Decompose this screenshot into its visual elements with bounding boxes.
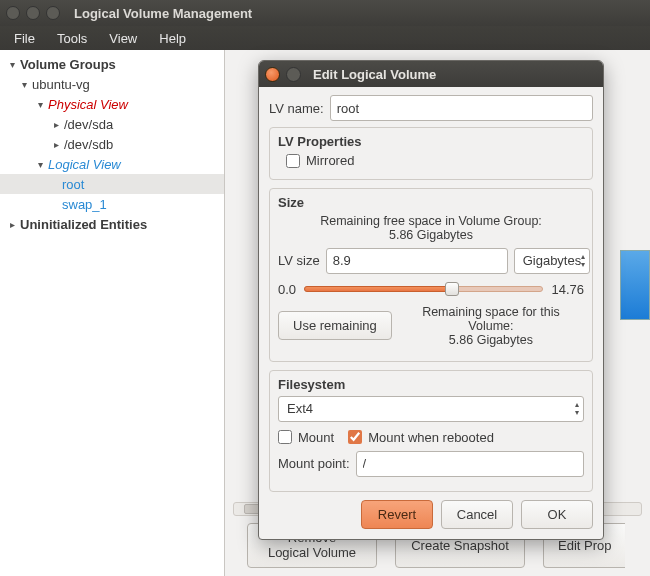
tree-label: Volume Groups — [20, 57, 116, 72]
mount-point-label: Mount point: — [278, 456, 350, 471]
volume-visual — [620, 250, 650, 320]
mount-checkbox[interactable]: Mount — [278, 430, 334, 445]
mirrored-checkbox[interactable]: Mirrored — [286, 153, 354, 168]
filesystem-combo[interactable]: Ext4 ▴▾ — [278, 396, 584, 422]
mount-reboot-checkbox-input[interactable] — [348, 430, 362, 444]
lv-size-input[interactable] — [326, 248, 508, 274]
tree-physical-view[interactable]: ▾ Physical View — [0, 94, 224, 114]
use-remaining-button[interactable]: Use remaining — [278, 311, 392, 341]
ok-button[interactable]: OK — [521, 500, 593, 530]
chevron-down-icon: ▾ — [34, 99, 46, 110]
filesystem-value: Ext4 — [287, 401, 575, 416]
chevron-right-icon: ▸ — [50, 119, 62, 130]
tree-label: swap_1 — [62, 197, 107, 212]
tree-dev-sda[interactable]: ▸ /dev/sda — [0, 114, 224, 134]
remaining-vg-text: Remaining free space in Volume Group: 5.… — [278, 214, 584, 242]
filesystem-group: Filesystem Ext4 ▴▾ Mount Mount when rebo… — [269, 370, 593, 492]
chevron-right-icon: ▸ — [50, 139, 62, 150]
edit-lv-dialog: Edit Logical Volume LV name: LV Properti… — [258, 60, 604, 540]
menu-file[interactable]: File — [4, 28, 45, 49]
tree-lv-swap[interactable]: swap_1 — [0, 194, 224, 214]
tree-label: Uninitialized Entities — [20, 217, 147, 232]
tree-label: /dev/sda — [64, 117, 113, 132]
menubar: File Tools View Help — [0, 26, 650, 50]
mount-reboot-checkbox[interactable]: Mount when rebooted — [348, 430, 494, 445]
mirrored-label: Mirrored — [306, 153, 354, 168]
tree-vg-ubuntu[interactable]: ▾ ubuntu-vg — [0, 74, 224, 94]
dialog-close-icon[interactable] — [265, 67, 280, 82]
tree-panel: ▾ Volume Groups ▾ ubuntu-vg ▾ Physical V… — [0, 50, 225, 576]
lv-properties-group: LV Properties Mirrored — [269, 127, 593, 180]
tree-label: ubuntu-vg — [32, 77, 90, 92]
mirrored-checkbox-input[interactable] — [286, 154, 300, 168]
tree-dev-sdb[interactable]: ▸ /dev/sdb — [0, 134, 224, 154]
window-minimize-icon[interactable] — [26, 6, 40, 20]
slider-max: 14.76 — [551, 282, 584, 297]
size-group: Size Remaining free space in Volume Grou… — [269, 188, 593, 362]
mount-checkbox-input[interactable] — [278, 430, 292, 444]
chevron-down-icon: ▾ — [6, 59, 18, 70]
lv-properties-title: LV Properties — [278, 134, 584, 149]
mount-reboot-label: Mount when rebooted — [368, 430, 494, 445]
chevron-down-icon: ▾ — [18, 79, 30, 90]
menu-view[interactable]: View — [99, 28, 147, 49]
lv-name-label: LV name: — [269, 101, 324, 116]
combo-arrows-icon[interactable]: ▴▾ — [575, 401, 579, 417]
window-close-icon[interactable] — [6, 6, 20, 20]
slider-handle[interactable] — [445, 282, 459, 296]
revert-button[interactable]: Revert — [361, 500, 433, 530]
main-titlebar: Logical Volume Management — [0, 0, 650, 26]
dialog-minimize-icon[interactable] — [286, 67, 301, 82]
menu-help[interactable]: Help — [149, 28, 196, 49]
lv-name-input[interactable] — [330, 95, 593, 121]
menu-tools[interactable]: Tools — [47, 28, 97, 49]
slider-min: 0.0 — [278, 282, 296, 297]
tree-lv-root[interactable]: root — [0, 174, 224, 194]
tree-label: Physical View — [48, 97, 128, 112]
mount-label: Mount — [298, 430, 334, 445]
mount-point-input[interactable] — [356, 451, 584, 477]
spinner-arrows-icon[interactable]: ▴▾ — [581, 253, 585, 269]
tree-logical-view[interactable]: ▾ Logical View — [0, 154, 224, 174]
window-maximize-icon[interactable] — [46, 6, 60, 20]
cancel-button[interactable]: Cancel — [441, 500, 513, 530]
chevron-right-icon: ▸ — [6, 219, 18, 230]
tree-label: /dev/sdb — [64, 137, 113, 152]
lv-size-unit-value: Gigabytes — [523, 253, 582, 268]
remaining-vol-text: Remaining space for this Volume: 5.86 Gi… — [398, 305, 584, 347]
tree-uninitialized[interactable]: ▸ Uninitialized Entities — [0, 214, 224, 234]
dialog-title: Edit Logical Volume — [313, 67, 436, 82]
dialog-titlebar: Edit Logical Volume — [259, 61, 603, 87]
tree-volume-groups[interactable]: ▾ Volume Groups — [0, 54, 224, 74]
lv-size-label: LV size — [278, 253, 320, 268]
tree-label: root — [62, 177, 84, 192]
lv-size-unit-spinner[interactable]: Gigabytes ▴▾ — [514, 248, 591, 274]
window-title: Logical Volume Management — [74, 6, 252, 21]
filesystem-title: Filesystem — [278, 377, 584, 392]
lv-size-slider[interactable] — [304, 282, 543, 296]
tree-label: Logical View — [48, 157, 121, 172]
size-title: Size — [278, 195, 584, 210]
chevron-down-icon: ▾ — [34, 159, 46, 170]
